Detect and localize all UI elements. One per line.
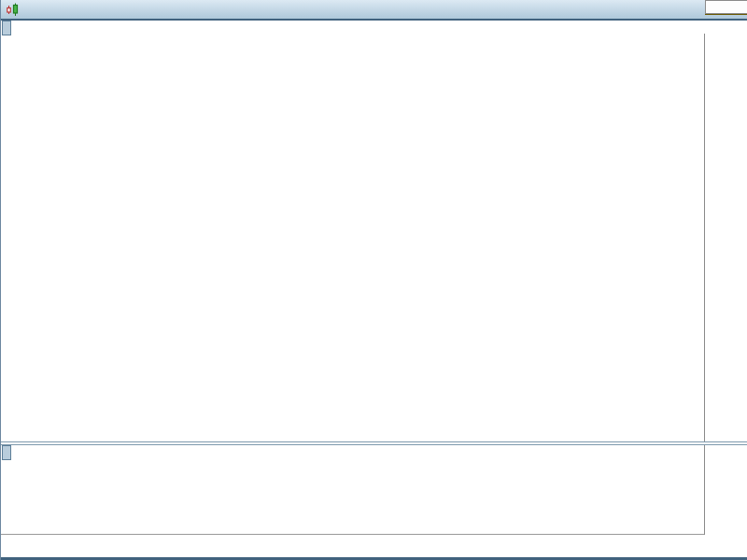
rsi-chart[interactable] [1,445,704,535]
tab-price[interactable] [2,21,11,35]
rsi-axis[interactable] [704,445,747,535]
chart-window [0,0,747,560]
time-axis[interactable] [1,534,747,557]
rsi-value-badge [705,0,747,14]
tab-rsi-indicator[interactable] [2,445,11,460]
price-axis[interactable] [704,34,747,441]
panel-separator[interactable] [1,441,747,445]
price-chart[interactable] [1,34,704,441]
candlestick-icon [6,3,20,17]
top-bar [1,0,747,21]
